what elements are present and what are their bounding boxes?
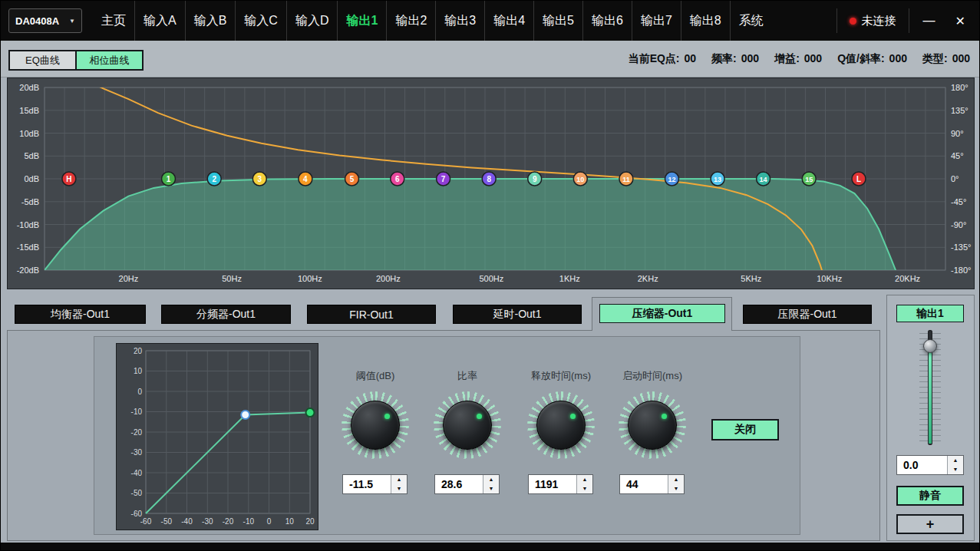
output-title-button[interactable]: 输出1 [896,305,964,322]
attack-knob[interactable] [619,391,686,459]
module-tab-limiter[interactable]: 压限器-Out1 [743,305,872,324]
mute-button[interactable]: 静音 [896,486,964,506]
nav-output-4[interactable]: 输出4 [484,1,533,41]
svg-text:20KHz: 20KHz [895,274,920,283]
eq-point-8[interactable]: 8 [482,172,496,186]
nav-input-b[interactable]: 输入B [185,1,236,41]
spin-down-button[interactable]: ▼ [483,484,499,493]
module-tab-delay[interactable]: 延时-Out1 [453,305,582,324]
svg-text:5KHz: 5KHz [741,274,761,283]
eq-point-L[interactable]: L [852,172,866,186]
eq-point-4[interactable]: 4 [299,172,312,186]
module-tab-fir[interactable]: FIR-Out1 [307,305,436,324]
tab-phase-curve[interactable]: 相位曲线 [75,50,144,71]
ratio-arrows: ▲ ▼ [483,475,499,493]
eq-point-2[interactable]: 2 [207,172,221,186]
spin-down-button[interactable]: ▼ [948,465,963,474]
eq-point-13[interactable]: 13 [711,172,724,186]
app-window: DA0408A ▼ 主页 输入A 输入B 输入C 输入D 输出1 输出2 输出3… [0,0,980,551]
svg-text:3: 3 [258,175,262,183]
release-label: 释放时间(ms) [519,369,603,383]
eq-point-15[interactable]: 15 [802,172,816,186]
compressor-close-button[interactable]: 关闭 [711,419,779,440]
device-selector[interactable]: DA0408A ▼ [8,8,82,33]
knob-indicator-dot [477,414,482,419]
nav-input-a[interactable]: 输入A [134,1,185,41]
nav-output-6[interactable]: 输出6 [582,1,632,41]
eq-point-12[interactable]: 12 [665,172,679,186]
spin-up-button[interactable]: ▲ [577,475,592,484]
eq-point-7[interactable]: 7 [437,172,450,186]
eq-point-3[interactable]: 3 [252,172,266,186]
eq-point-9[interactable]: 9 [528,172,542,186]
threshold-spinner: -11.5 ▲ ▼ [342,474,408,494]
spin-up-button[interactable]: ▲ [668,475,684,484]
add-button[interactable]: + [896,514,964,534]
eq-point-14[interactable]: 14 [757,172,770,186]
eq-info-gain: 增益:000 [774,52,822,66]
compressor-transfer-chart[interactable]: 20100-10-20-30-40-50-60-60-50-40-30-20-1… [116,343,318,530]
nav-input-c[interactable]: 输入C [235,1,286,41]
svg-text:-10dB: -10dB [17,220,39,229]
knob-indicator-dot [570,414,576,419]
nav-output-8[interactable]: 输出8 [681,1,730,41]
svg-text:1KHz: 1KHz [559,274,580,283]
eq-phase-chart[interactable]: 20dB15dB10dB5dB0dB-5dB-10dB-15dB-20dB180… [8,78,974,289]
spin-down-button[interactable]: ▼ [668,484,684,493]
eq-point-5[interactable]: 5 [345,172,359,186]
nav-output-1[interactable]: 输出1 [337,1,386,41]
threshold-knob[interactable] [342,391,409,459]
svg-text:2KHz: 2KHz [638,274,658,283]
comp-node[interactable] [306,408,315,417]
comp-node[interactable] [241,411,249,419]
eq-point-10[interactable]: 10 [573,172,587,186]
ratio-knob[interactable] [434,391,501,459]
spin-down-button[interactable]: ▼ [391,484,407,493]
svg-text:9: 9 [533,175,537,183]
svg-text:-20: -20 [223,517,234,526]
fader-handle[interactable] [923,339,937,353]
eq-point-1[interactable]: 1 [162,172,176,186]
nav-output-7[interactable]: 输出7 [632,1,681,41]
nav-system[interactable]: 系统 [730,1,772,41]
minimize-button[interactable]: — [923,14,935,28]
knob-group-ratio: 比率 28.6 ▲ ▼ [425,369,510,501]
output-gain-spinner: 0.0 ▲ ▼ [896,455,964,475]
tab-eq-curve[interactable]: EQ曲线 [8,50,77,71]
module-tab-crossover[interactable]: 分频器-Out1 [161,305,291,324]
nav-output-2[interactable]: 输出2 [386,1,435,41]
output-fader[interactable] [896,330,964,445]
nav-output-5[interactable]: 输出5 [533,1,582,41]
nav-input-d[interactable]: 输入D [286,1,338,41]
module-tab-equalizer[interactable]: 均衡器-Out1 [15,305,146,324]
eq-info-bar: 当前EQ点:00 频率:000 增益:000 Q值/斜率:000 类型:000 [629,41,970,77]
threshold-value[interactable]: -11.5 [343,475,391,493]
caret-down-icon: ▼ [69,18,75,25]
svg-text:-30: -30 [131,448,143,457]
svg-text:45°: 45° [951,151,964,160]
ratio-spinner: 28.6 ▲ ▼ [434,474,500,494]
svg-text:180°: 180° [951,83,968,92]
svg-text:10: 10 [134,367,143,375]
attack-value[interactable]: 44 [620,475,668,493]
threshold-arrows: ▲ ▼ [391,475,407,493]
svg-text:10: 10 [285,517,295,526]
output-gain-value[interactable]: 0.0 [897,456,947,474]
nav-output-3[interactable]: 输出3 [435,1,484,41]
release-knob[interactable] [527,391,595,459]
eq-point-6[interactable]: 6 [391,172,404,186]
svg-text:L: L [856,175,861,183]
spin-down-button[interactable]: ▼ [577,484,592,493]
spin-up-button[interactable]: ▲ [391,475,407,484]
release-value[interactable]: 1191 [529,475,576,493]
spin-up-button[interactable]: ▲ [483,475,499,484]
close-button[interactable]: ✕ [955,14,965,28]
svg-text:15dB: 15dB [19,106,39,115]
spin-up-button[interactable]: ▲ [948,456,963,465]
ratio-value[interactable]: 28.6 [435,475,483,493]
module-tab-compressor[interactable]: 压缩器-Out1 [599,304,725,323]
eq-point-11[interactable]: 11 [619,172,633,186]
svg-text:-40: -40 [131,469,143,477]
nav-home[interactable]: 主页 [93,1,134,41]
eq-point-H[interactable]: H [62,172,76,186]
